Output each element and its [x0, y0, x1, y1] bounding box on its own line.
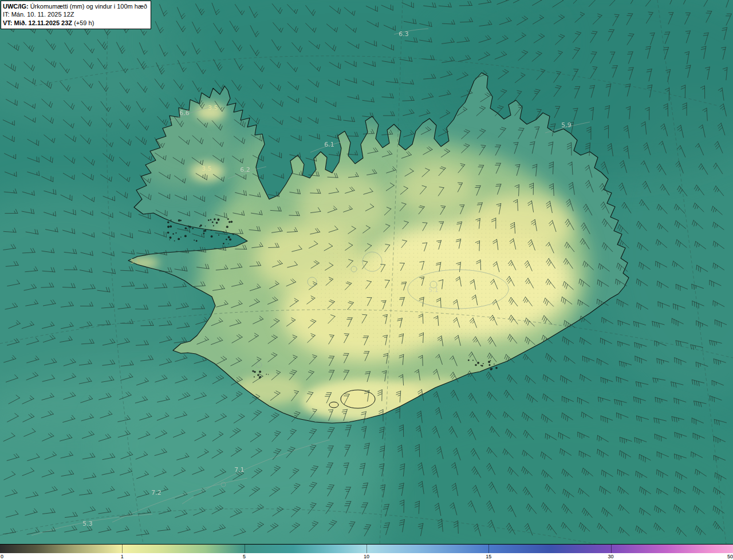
contour-label: 6.6 [179, 109, 190, 117]
weather-map-viewport: 6.36.63.55.96.13.56.23.35.17.17.25.3 UWC… [0, 0, 733, 560]
contour-label: 5.1 [428, 286, 439, 294]
contour-label: 5.3 [82, 520, 93, 527]
colorbar-scale-label: 10 [364, 553, 369, 560]
colorbar-scale-label: 30 [608, 553, 614, 560]
title-box: UWC/IG: Úrkomumætti (mm) og vindur i 100… [1, 1, 151, 29]
colorbar-scale-label: 1 [121, 553, 124, 560]
colorbar-scale-label: 0 [1, 553, 3, 560]
contour-label: 6.1 [324, 141, 334, 148]
model-name: UWC/IG: [3, 3, 29, 10]
contour-label: 3.5 [208, 104, 218, 112]
model-title-text: Úrkomumætti (mm) og vindur i 100m hæð [29, 3, 147, 10]
contour-label: 3.5 [202, 165, 212, 172]
colorbar-tick [366, 545, 367, 553]
outlined-terrain-patch [329, 402, 338, 408]
contour-label: 5.9 [561, 121, 572, 129]
colorbar-tick [488, 545, 489, 553]
map-canvas: 6.36.63.55.96.13.56.23.35.17.17.25.3 [0, 0, 733, 544]
colorbar-scale-label: 15 [486, 553, 491, 560]
colorbar-scale-labels: 01510153050 [0, 553, 733, 560]
init-time-line: IT: Mán. 10. 11. 2025 12Z [3, 10, 147, 18]
colorbar-scale-label: 50 [727, 553, 733, 560]
valid-time-line: VT: Mið. 12.11.2025 23Z (+59 h) [3, 19, 147, 27]
valid-time-text: VT: Mið. 12.11.2025 23Z [3, 19, 72, 26]
colorbar-tick [245, 545, 245, 553]
colorbar-tick [611, 545, 612, 553]
contour-label: 3.3 [130, 258, 140, 265]
model-title-line: UWC/IG: Úrkomumætti (mm) og vindur i 100… [3, 2, 147, 10]
colorbar-gradient [0, 544, 733, 553]
colorbar-scale-label: 5 [243, 553, 246, 560]
forecast-hour-text: (+59 h) [72, 19, 94, 26]
colorbar-tick [122, 545, 123, 553]
contour-label: 7.1 [234, 466, 245, 474]
contour-label: 6.2 [240, 166, 250, 173]
contour-label: 7.2 [151, 489, 161, 496]
outlined-terrain-patch [341, 390, 375, 408]
contour-label: 6.3 [399, 30, 409, 38]
